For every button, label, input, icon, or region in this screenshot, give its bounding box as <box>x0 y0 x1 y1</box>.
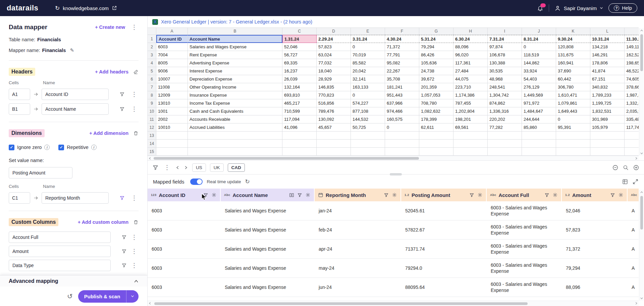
zoom-out-icon[interactable] <box>612 164 619 171</box>
sheet-row-number[interactable]: 2 <box>148 43 156 51</box>
sheet-cell[interactable]: 1,610,471 <box>556 91 590 99</box>
sheet-row-number[interactable]: 15 <box>148 148 156 156</box>
mapped-cell[interactable]: 6003 - Salaries and Wages Expense <box>487 203 562 219</box>
sheet-cell[interactable]: 117,094 <box>282 115 317 123</box>
sheet-cell[interactable] <box>590 140 625 148</box>
publish-scan-button[interactable]: Publish & scan <box>78 290 139 303</box>
scroll-left-icon[interactable] <box>148 301 152 306</box>
sheet-cell[interactable] <box>453 140 488 148</box>
custom-column-input[interactable] <box>9 260 111 271</box>
sheet-cell[interactable]: 41,874 <box>590 67 625 75</box>
sheet-cell[interactable]: 516,856 <box>317 99 351 107</box>
sheet-column-header-C[interactable]: C <box>282 28 317 35</box>
trash-icon[interactable] <box>133 131 139 136</box>
sheet-row-number[interactable]: 4 <box>148 59 156 67</box>
sheet-cell[interactable]: 874,862 <box>488 99 522 107</box>
sheet-cell[interactable]: 60,442 <box>556 75 590 83</box>
kebab-icon[interactable]: ⋮ <box>130 106 139 112</box>
filter-icon[interactable] <box>544 193 549 198</box>
sheet-cell[interactable]: 1,484,647 <box>522 107 556 115</box>
sheet-cell[interactable] <box>188 132 282 140</box>
sheet-cell[interactable]: 11.30.24 <box>625 35 639 43</box>
sheet-cell[interactable]: 301,969 <box>590 115 625 123</box>
sheet-row-number[interactable]: 7 <box>148 83 156 91</box>
sheet-cell[interactable]: 46,522 <box>625 67 639 75</box>
sheet-cell[interactable]: 1,057,053 <box>419 91 453 99</box>
mapped-cell[interactable]: 6003 - Salaries and Wages Expense <box>487 222 562 238</box>
mapped-column-header[interactable]: 123Account ID <box>148 189 221 201</box>
sheet-cell[interactable]: 33,924 <box>522 67 556 75</box>
kebab-icon[interactable]: ⋮ <box>130 234 139 240</box>
sheet-cell[interactable] <box>419 140 453 148</box>
sheet-cell[interactable]: 7.31.24 <box>488 35 522 43</box>
gear-icon[interactable] <box>211 192 217 198</box>
sheet-cell[interactable]: 69,335 <box>282 59 317 67</box>
mapped-cell[interactable]: 6003 <box>148 225 221 235</box>
sheet-cell[interactable]: 118,519 <box>522 51 556 59</box>
kebab-icon[interactable]: ⋮ <box>130 24 139 30</box>
mapped-column-header[interactable]: 1.2Posting Amount <box>401 189 487 201</box>
sheet-cell[interactable]: 95,082 <box>385 59 419 67</box>
sheet-row-number[interactable]: 8 <box>148 91 156 99</box>
sheet-cell[interactable]: 9006 <box>156 67 188 75</box>
sheet-row-number[interactable]: 9 <box>148 99 156 107</box>
sheet-cell[interactable]: 1,202,804 <box>453 107 488 115</box>
sheet-cell[interactable]: 16,237 <box>282 67 317 75</box>
sheet-column-header-L[interactable]: L <box>590 28 625 35</box>
sheet-cell[interactable] <box>419 148 453 156</box>
info-icon[interactable]: i <box>44 145 50 150</box>
sheet-cell[interactable]: 77,791 <box>385 51 419 59</box>
sheet-cell[interactable]: 57,823 <box>317 43 351 51</box>
mapped-column-header[interactable]: AbcAccount Full <box>487 189 562 201</box>
sheet-column-header-F[interactable]: F <box>385 28 419 35</box>
sheet-cell[interactable]: 10.31.24 <box>590 35 625 43</box>
sheet-cell[interactable]: 8.31.24 <box>522 35 556 43</box>
add-headers-button[interactable]: + Add headers <box>95 69 128 74</box>
search-icon[interactable] <box>623 164 629 171</box>
sheet-cell[interactable] <box>590 148 625 156</box>
sheet-cell[interactable]: 146,291 <box>590 51 625 59</box>
sheet-cell[interactable]: 1,174,386 <box>453 91 488 99</box>
scroll-down-icon[interactable] <box>639 151 644 156</box>
ignore-zero-checkbox[interactable]: ✓ Ignore zero i <box>9 145 50 150</box>
sheet-row-number[interactable]: 10 <box>148 107 156 115</box>
sheet-cell[interactable]: 10010 <box>156 123 188 132</box>
sheet-cell[interactable]: 8005 <box>156 59 188 67</box>
sheet-cell[interactable]: 710,599 <box>282 107 317 115</box>
sheet-cell[interactable]: 45,657 <box>317 123 351 132</box>
mapped-cell[interactable]: 6003 <box>148 263 221 273</box>
scrollbar-thumb[interactable] <box>154 302 528 305</box>
sheet-cell[interactable]: 67,151 <box>590 75 625 83</box>
mapped-cell[interactable]: 79,294 <box>562 263 628 273</box>
sheet-cell[interactable]: 162,529 <box>625 51 639 59</box>
sheet-cell[interactable]: 1,082,632 <box>419 107 453 115</box>
sheet-cell[interactable]: 52,046 <box>282 43 317 51</box>
mapped-column-header[interactable]: 1.2Amount <box>562 189 628 201</box>
sheet-cell[interactable]: 35,708 <box>385 75 419 83</box>
sheet-cell[interactable]: 130,092 <box>317 115 351 123</box>
scroll-up-icon[interactable] <box>639 190 644 195</box>
sheet-cell[interactable]: 120,808 <box>556 43 590 51</box>
sheet-cell[interactable]: 105,636 <box>419 59 453 67</box>
sheet-cell[interactable]: Accrued Liabilities <box>188 123 282 132</box>
mapped-cell[interactable]: 88095.64 <box>401 282 487 292</box>
chevron-left-icon[interactable] <box>175 165 180 170</box>
sheet-cell[interactable]: 144,862 <box>522 59 556 67</box>
sheet-cell[interactable]: 20,042 <box>351 67 385 75</box>
mapped-cell[interactable]: 52045.61 <box>401 206 487 216</box>
sheet-cell[interactable]: 41,096 <box>282 123 317 132</box>
sheet-cell[interactable] <box>351 148 385 156</box>
sheet-cell[interactable] <box>156 140 188 148</box>
sheet-cell[interactable] <box>488 140 522 148</box>
sheet-cell[interactable]: 276,129 <box>522 83 556 91</box>
knowledgebase-label[interactable]: knowledgebase.com <box>63 5 109 11</box>
sheet-cell[interactable]: 30,535 <box>488 67 522 75</box>
sheet-column-header-M[interactable]: M <box>625 28 639 35</box>
sheet-cell[interactable]: 44,075 <box>453 75 488 83</box>
sheet-row-number[interactable]: 6 <box>148 75 156 83</box>
sheet-column-header-B[interactable]: B <box>188 28 282 35</box>
mapped-cell[interactable]: Salaries and Wages Expense <box>221 244 315 254</box>
filter-icon[interactable] <box>121 249 127 254</box>
sheet-cell[interactable] <box>556 132 590 140</box>
sheet-cell[interactable]: 971,972 <box>522 99 556 107</box>
